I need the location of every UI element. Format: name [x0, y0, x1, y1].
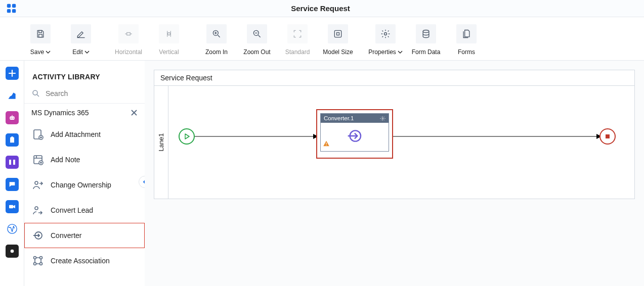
gear-icon	[380, 29, 391, 39]
zoom-out-icon	[252, 29, 262, 39]
svg-rect-2	[7, 9, 11, 12]
start-node[interactable]	[179, 128, 195, 145]
lib-item-label: Add Note	[51, 156, 80, 164]
canvas-title: Service Request	[154, 70, 634, 86]
svg-point-16	[13, 118, 14, 119]
converter-icon	[31, 229, 45, 242]
horizontal-button: Horizontal	[108, 24, 149, 56]
svg-rect-17	[10, 137, 14, 143]
svg-point-23	[10, 250, 14, 253]
bot-icon[interactable]	[6, 111, 19, 124]
align-horizontal-icon	[123, 29, 134, 39]
search-icon	[31, 89, 40, 98]
chat-icon[interactable]	[6, 178, 19, 191]
zoom-in-button[interactable]: Zoom In	[196, 24, 237, 56]
stop-icon	[606, 134, 610, 138]
zoom-out-button[interactable]: Zoom Out	[237, 24, 277, 56]
process-canvas[interactable]: Service Request Lane1 Converter.1	[154, 70, 635, 199]
pencil-icon	[76, 29, 86, 39]
warning-icon	[323, 140, 330, 147]
svg-rect-1	[12, 4, 16, 7]
lib-item-label: Change Ownership	[51, 181, 111, 189]
svg-rect-44	[326, 145, 326, 146]
svg-point-15	[11, 118, 12, 119]
lib-item-label: Create Association	[51, 257, 110, 265]
svg-point-7	[168, 33, 170, 35]
convert-lead-icon	[31, 204, 45, 217]
vertical-button: Vertical	[149, 24, 189, 56]
svg-point-32	[34, 257, 36, 259]
page-title: Service Request	[17, 4, 644, 13]
svg-point-24	[33, 90, 37, 95]
svg-point-34	[34, 263, 36, 265]
svg-point-12	[384, 33, 387, 35]
svg-rect-43	[326, 142, 326, 145]
camera-icon[interactable]	[6, 245, 19, 258]
note-icon	[31, 153, 45, 166]
svg-rect-0	[7, 4, 11, 7]
gear-icon[interactable]	[380, 116, 385, 121]
wordpress-icon[interactable]	[6, 222, 19, 235]
clipboard-icon[interactable]	[6, 133, 19, 147]
fit-standard-icon	[292, 29, 303, 39]
form-data-button[interactable]: Form Data	[406, 24, 446, 56]
svg-point-30	[35, 207, 38, 210]
lib-item-label: Converter	[51, 231, 81, 240]
lib-item-label: Add Attachment	[51, 130, 101, 138]
lib-item-create-association[interactable]: Create Association	[24, 248, 145, 273]
save-icon	[35, 29, 46, 39]
apps-waffle-icon[interactable]	[6, 3, 17, 14]
converter-icon	[347, 128, 363, 144]
properties-button[interactable]: Properties	[365, 24, 406, 56]
zoom-in-icon	[211, 29, 222, 39]
analytics-icon[interactable]	[6, 89, 19, 102]
attachment-icon	[31, 128, 45, 141]
add-button[interactable]	[6, 67, 19, 80]
association-icon	[31, 254, 45, 267]
lane-header[interactable]: Lane1	[154, 86, 168, 199]
svg-rect-6	[127, 33, 131, 35]
svg-point-29	[35, 181, 38, 184]
connector-arrow	[393, 133, 602, 139]
search-input[interactable]	[46, 89, 126, 98]
video-icon[interactable]	[6, 200, 19, 213]
svg-rect-10	[334, 30, 341, 37]
columns-icon[interactable]	[6, 156, 19, 169]
chevron-down-icon	[398, 50, 403, 55]
lib-item-converter[interactable]: Converter	[24, 223, 145, 248]
activity-node[interactable]: Converter.1	[316, 109, 393, 159]
align-vertical-icon	[164, 29, 174, 39]
close-icon[interactable]	[131, 109, 138, 116]
connector-arrow	[195, 133, 318, 139]
end-node[interactable]	[599, 128, 616, 145]
model-size-button[interactable]: Model Size	[318, 24, 358, 56]
lane-label: Lane1	[157, 133, 165, 151]
lib-item-label: Convert Lead	[51, 206, 93, 214]
activity-name: Converter.1	[324, 115, 354, 121]
documents-icon	[461, 29, 471, 39]
svg-point-35	[40, 263, 42, 265]
svg-marker-40	[185, 134, 189, 139]
model-size-icon	[333, 29, 343, 39]
edit-button[interactable]: Edit	[61, 24, 101, 56]
chevron-down-icon	[46, 50, 51, 55]
lib-item-convert-lead[interactable]: Convert Lead	[24, 198, 145, 223]
forms-button[interactable]: Forms	[446, 24, 487, 56]
svg-rect-18	[11, 136, 13, 138]
save-button[interactable]: Save	[20, 24, 61, 56]
lib-item-add-attachment[interactable]: Add Attachment	[24, 122, 145, 147]
play-icon	[184, 133, 190, 139]
svg-rect-19	[9, 160, 11, 165]
svg-rect-21	[9, 205, 13, 209]
database-icon	[421, 29, 431, 39]
chevron-down-icon	[84, 50, 90, 55]
svg-rect-11	[337, 33, 339, 35]
standard-button: Standard	[277, 24, 318, 56]
svg-point-33	[40, 257, 42, 259]
svg-rect-4	[39, 30, 42, 32]
lib-item-change-ownership[interactable]: Change Ownership	[24, 172, 145, 198]
lib-item-add-note[interactable]: Add Note	[24, 147, 145, 172]
svg-point-41	[382, 118, 383, 119]
svg-rect-14	[10, 116, 14, 120]
svg-point-13	[423, 30, 429, 33]
